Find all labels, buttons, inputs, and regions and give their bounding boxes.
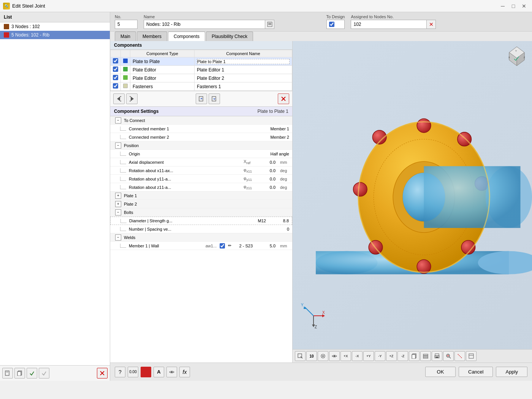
svg-line-54 (305, 307, 314, 316)
svg-rect-46 (424, 166, 520, 228)
assigned-clear-button[interactable]: ✕ (427, 20, 436, 29)
plate2-group: + Plate 2 (110, 200, 292, 208)
close-button[interactable]: ✕ (519, 2, 529, 10)
move-right-button[interactable] (126, 93, 138, 104)
vp-print-button[interactable] (432, 351, 442, 361)
plate1-group: + Plate 1 (110, 192, 292, 200)
position-axial-row: Axial displacement Xref 0.0 mm (110, 158, 292, 166)
text-button[interactable]: A (154, 367, 164, 377)
form-panel: Components Component Type Component Name (110, 41, 293, 363)
group-header-bolts[interactable]: − Bolts (110, 208, 292, 217)
vp-scale-button[interactable]: 10 (306, 351, 317, 361)
position-rot-z-row: Rotation about z11-a... φz11 0.0 deg (110, 183, 292, 192)
row-type: Plate Editor (130, 74, 195, 82)
row-name-input[interactable] (197, 59, 290, 64)
vp-rotate-x-neg-button[interactable]: -X (352, 351, 363, 361)
vp-layers-button[interactable] (420, 351, 431, 361)
delete-button[interactable] (97, 368, 108, 378)
check-button[interactable] (27, 368, 37, 378)
row-check[interactable] (113, 75, 118, 80)
name-input[interactable] (144, 20, 265, 29)
tab-plausibility[interactable]: Plausibility Check (206, 32, 253, 41)
new-item-button[interactable] (2, 368, 13, 378)
name-col-header: Component Name (194, 50, 292, 57)
vp-search-button[interactable] (443, 351, 454, 361)
vp-settings-button[interactable] (466, 351, 477, 361)
color-button[interactable] (141, 367, 151, 377)
to-design-checkbox[interactable] (329, 22, 334, 27)
position-rot-y-row: Rotation about y11-a... φy11 0.0 deg (110, 175, 292, 183)
apply-button[interactable]: Apply (496, 367, 527, 377)
copy-button[interactable] (14, 368, 25, 378)
name-edit-button[interactable] (265, 20, 274, 29)
list-item-icon (4, 24, 9, 29)
components-section: Components Component Type Component Name (110, 41, 292, 91)
app-icon: 🔩 (3, 3, 10, 10)
table-row[interactable]: Plate to Plate (111, 57, 292, 66)
cancel-button[interactable]: Cancel (459, 367, 493, 377)
row-name: Fasteners 1 (194, 82, 292, 91)
vp-eye-button[interactable] (329, 351, 340, 361)
tab-main[interactable]: Main (115, 32, 136, 41)
vp-rotate-z-button[interactable]: +Z (386, 351, 397, 361)
maximize-button[interactable]: □ (508, 2, 518, 10)
group-header-welds[interactable]: − Welds (110, 233, 292, 242)
list-item[interactable]: 3 Nodes : 102 (0, 22, 110, 31)
formula-button[interactable]: fx (179, 367, 190, 377)
table-row[interactable]: Plate Editor Plate Editor 2 (111, 74, 292, 82)
expand-position[interactable]: − (115, 142, 121, 149)
table-row[interactable]: Plate Editor Plate Editor 1 (111, 66, 292, 74)
tab-components[interactable]: Components (168, 32, 205, 41)
help-button[interactable]: ? (115, 367, 125, 377)
list-item-icon (4, 32, 9, 38)
uncheck-button[interactable] (39, 368, 49, 378)
expand-plate1[interactable]: + (115, 193, 121, 199)
list-item-selected[interactable]: 5 Nodes: 102 - Rib (0, 31, 110, 39)
svg-text:Z: Z (315, 325, 317, 329)
export-button[interactable] (209, 93, 220, 104)
ok-button[interactable]: OK (425, 367, 456, 377)
delete-component-button[interactable] (278, 93, 289, 104)
no-input[interactable]: 5 (115, 20, 138, 29)
axial-value: 0.0 (256, 159, 279, 165)
vp-measure-button[interactable] (454, 351, 465, 361)
vp-copy-button[interactable] (409, 351, 420, 361)
import-button[interactable] (196, 93, 207, 104)
move-left-button[interactable] (113, 93, 125, 104)
dialog-buttons: OK Cancel Apply (425, 367, 527, 377)
table-row[interactable]: Fasteners Fasteners 1 (111, 82, 292, 91)
expand-plate2[interactable]: + (115, 201, 121, 207)
value-button[interactable]: 0.00 (128, 367, 138, 377)
row-check[interactable] (113, 66, 118, 72)
settings-section: Component Settings Plate to Plate 1 − To… (110, 107, 292, 363)
expand-to-connect[interactable]: − (115, 117, 121, 124)
tab-members[interactable]: Members (137, 32, 167, 41)
vp-display-button[interactable] (318, 351, 328, 361)
minimize-button[interactable]: ─ (498, 2, 508, 10)
bolts-strength-value: 8.8 (269, 218, 292, 224)
expand-bolts[interactable]: − (115, 209, 121, 215)
group-header-plate2[interactable]: + Plate 2 (110, 200, 292, 208)
group-header-position[interactable]: − Position (110, 141, 292, 150)
to-connect-row-2: Connected member 2 Member 2 (110, 133, 292, 141)
svg-rect-65 (423, 356, 428, 357)
assigned-input[interactable] (351, 20, 427, 29)
check-col-header (111, 50, 121, 57)
orientation-cube[interactable]: Y X Z (505, 45, 528, 68)
group-header-plate1[interactable]: + Plate 1 (110, 192, 292, 200)
welds-checkbox[interactable] (220, 243, 225, 249)
row-color-icon (123, 84, 128, 88)
row-check[interactable] (113, 58, 118, 63)
row-check[interactable] (113, 83, 118, 89)
viewport-canvas[interactable]: Y X Z (293, 41, 532, 349)
vp-select-button[interactable] (295, 351, 306, 361)
view-button[interactable] (166, 367, 177, 377)
vp-rotate-y-neg-button[interactable]: -Y (375, 351, 385, 361)
vp-rotate-x-button[interactable]: +X (340, 351, 351, 361)
3d-scene (293, 41, 532, 349)
vp-rotate-y-button[interactable]: +Y (363, 351, 374, 361)
expand-welds[interactable]: − (115, 234, 121, 241)
group-header-to-connect[interactable]: − To Connect (110, 116, 292, 125)
vp-rotate-z-neg-button[interactable]: -Z (397, 351, 408, 361)
components-title: Components (110, 41, 292, 50)
